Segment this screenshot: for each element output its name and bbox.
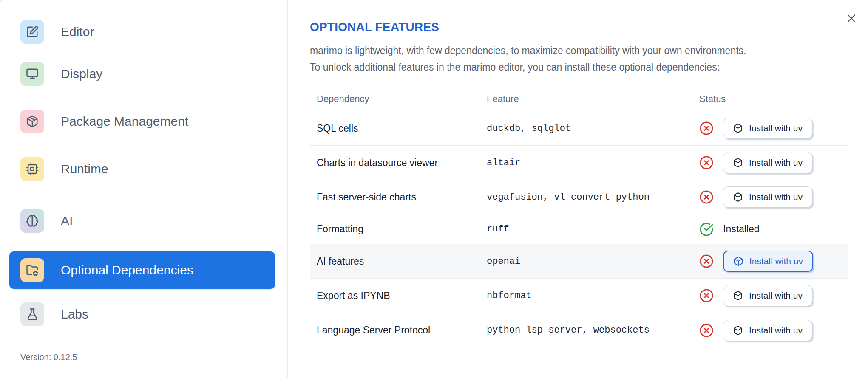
feature-cell: duckdb, sqlglot <box>487 123 699 134</box>
feature-cell: nbformat <box>487 291 699 301</box>
status-cell: Install with uv <box>699 118 848 139</box>
install-with-uv-button[interactable]: Install with uv <box>723 320 812 341</box>
dependency-cell: SQL cells <box>310 123 487 134</box>
sidebar-item-labs[interactable]: Labs <box>20 302 287 326</box>
feature-cell: vegafusion, vl-convert-python <box>487 192 699 203</box>
sidebar-item-package-management[interactable]: Package Management <box>20 110 287 133</box>
dependencies-table: Dependency Feature Status SQL cells duck… <box>310 87 848 347</box>
circle-check-icon <box>699 222 714 237</box>
install-with-uv-button[interactable]: Install with uv <box>723 285 812 306</box>
feature-cell: ruff <box>487 224 699 234</box>
circle-x-icon <box>699 323 714 338</box>
column-header-status: Status <box>699 93 848 104</box>
circle-x-icon <box>699 121 714 135</box>
sidebar-item-label: AI <box>61 214 73 228</box>
box-icon <box>733 325 743 336</box>
install-button-label: Install with uv <box>749 123 803 133</box>
description-line: marimo is lightweight, with few dependen… <box>310 42 868 59</box>
panel-description: marimo is lightweight, with few dependen… <box>310 42 868 76</box>
sidebar-item-label: Display <box>61 67 102 81</box>
table-row: Charts in datasource viewer altair Insta… <box>310 146 848 180</box>
install-with-uv-button[interactable]: Install with uv <box>723 251 813 272</box>
sidebar-item-optional-dependencies[interactable]: Optional Dependencies <box>9 251 275 289</box>
settings-dialog: Editor Display Package Management Runtim… <box>0 0 868 378</box>
table-row: Fast server-side charts vegafusion, vl-c… <box>310 180 848 214</box>
sidebar-item-label: Runtime <box>61 162 108 176</box>
version-label: Version: 0.12.5 <box>20 353 77 362</box>
sidebar-item-label: Package Management <box>61 114 188 129</box>
status-cell: Install with uv <box>699 152 848 173</box>
dependency-cell: Language Server Protocol <box>310 324 487 336</box>
circle-x-icon <box>699 288 714 303</box>
dependency-cell: Formatting <box>310 223 487 235</box>
install-button-label: Install with uv <box>749 291 803 301</box>
install-with-uv-button[interactable]: Install with uv <box>723 186 812 208</box>
sidebar-item-editor[interactable]: Editor <box>20 20 287 44</box>
feature-cell: altair <box>487 158 699 168</box>
sidebar-item-label: Editor <box>61 25 94 39</box>
sidebar-item-runtime[interactable]: Runtime <box>20 157 287 181</box>
box-icon <box>733 158 743 168</box>
table-row: Export as IPYNB nbformat Install with uv <box>310 279 848 313</box>
status-cell: Install with uv <box>699 285 848 306</box>
dependency-cell: Fast server-side charts <box>310 192 487 203</box>
feature-cell: python-lsp-server, websockets <box>487 325 699 336</box>
box-icon <box>733 123 743 133</box>
status-cell: Install with uv <box>699 320 848 341</box>
feature-cell: openai <box>487 256 699 267</box>
monitor-icon <box>20 62 44 86</box>
install-with-uv-button[interactable]: Install with uv <box>723 152 812 173</box>
editor-icon <box>20 20 44 44</box>
table-row: Formatting ruff Installed <box>310 214 848 244</box>
package-icon <box>20 110 44 133</box>
description-line: To unlock additional features in the mar… <box>310 59 868 76</box>
install-button-label: Install with uv <box>749 192 803 202</box>
dependency-cell: AI features <box>310 256 487 267</box>
install-with-uv-button[interactable]: Install with uv <box>723 118 812 139</box>
folder-cog-icon <box>20 258 44 282</box>
install-button-label: Install with uv <box>749 256 803 266</box>
table-header: Dependency Feature Status <box>310 87 848 111</box>
settings-sidebar: Editor Display Package Management Runtim… <box>0 0 288 378</box>
sidebar-item-label: Labs <box>61 307 88 322</box>
sidebar-item-display[interactable]: Display <box>20 62 287 86</box>
install-button-label: Install with uv <box>749 325 803 336</box>
status-cell: Install with uv <box>699 251 848 272</box>
table-row: SQL cells duckdb, sqlglot Install with u… <box>310 111 848 146</box>
dependency-cell: Charts in datasource viewer <box>310 157 487 169</box>
page-title: OPTIONAL FEATURES <box>310 20 868 34</box>
close-icon[interactable] <box>845 12 858 25</box>
sidebar-item-label: Optional Dependencies <box>61 263 193 277</box>
box-icon <box>733 291 743 301</box>
column-header-feature: Feature <box>487 93 699 104</box>
optional-features-panel: OPTIONAL FEATURES marimo is lightweight,… <box>289 0 868 378</box>
circle-x-icon <box>699 155 714 170</box>
sidebar-item-ai[interactable]: AI <box>20 209 287 233</box>
cpu-icon <box>20 157 44 181</box>
table-row: Language Server Protocol python-lsp-serv… <box>310 313 848 347</box>
box-icon <box>733 256 743 266</box>
circle-x-icon <box>699 254 714 268</box>
status-cell: Install with uv <box>699 186 848 208</box>
table-row: AI features openai Install with uv <box>310 244 848 279</box>
dependency-cell: Export as IPYNB <box>310 290 487 302</box>
column-header-dependency: Dependency <box>310 93 487 104</box>
installed-status-label: Installed <box>723 223 760 235</box>
circle-x-icon <box>699 190 714 204</box>
status-cell: Installed <box>699 222 848 237</box>
brain-icon <box>20 209 44 233</box>
install-button-label: Install with uv <box>749 158 803 168</box>
flask-icon <box>20 302 44 326</box>
box-icon <box>733 192 743 202</box>
